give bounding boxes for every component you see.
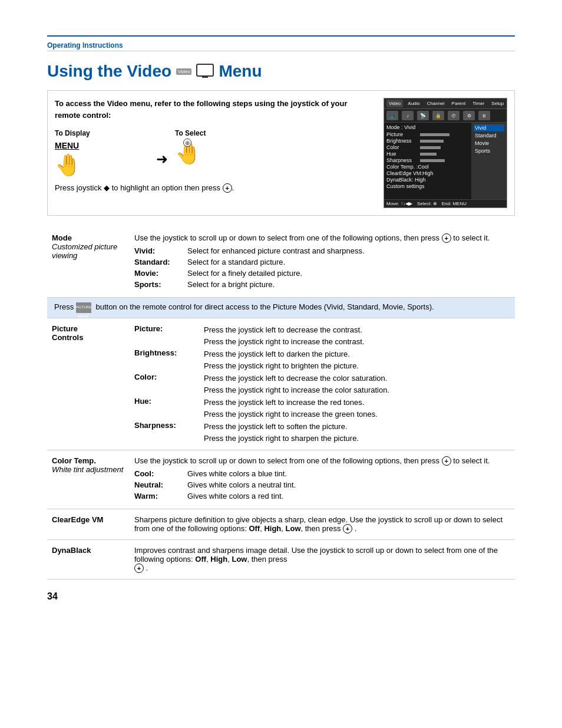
pc-label-sharpness: Sharpness: <box>134 421 199 444</box>
main-table: Mode Customized picture viewing Use the … <box>47 228 515 579</box>
mode-sub-items: Vivid: Select for enhanced picture contr… <box>134 246 510 289</box>
pc-desc-picture: Press the joystick left to decrease the … <box>204 324 510 347</box>
title-suffix: Menu <box>219 62 262 81</box>
tv-menu-right: Vivid Standard Movie Sports <box>471 123 507 199</box>
pc-label-picture: Picture: <box>134 324 199 347</box>
pc-label-brightness: Brightness: <box>134 348 199 371</box>
controls-row: To Display MENU 🤚 ➜ To Select 🤚 ⊕ <box>55 129 374 177</box>
video-tag: Video <box>176 68 191 75</box>
circle-plus-icon: + <box>223 183 232 193</box>
tv-menu-body: Mode : Vivid Picture Brightness Color <box>384 123 507 199</box>
tv-item-sharpness: Sharpness <box>386 157 469 163</box>
row-note: Press PICTUREMODE button on the remote c… <box>47 298 515 318</box>
row-dynablack: DynaBlack Improves contrast and sharpens… <box>47 540 515 579</box>
mode-movie: Movie: Select for a finely detailed pict… <box>134 269 510 278</box>
tv-item-colortemp: Color Temp. :Cool <box>386 164 469 170</box>
joystick-indicator: ⊕ <box>183 139 191 147</box>
pc-desc-brightness: Press the joystick left to darken the pi… <box>204 348 510 371</box>
term-dynablack: DynaBlack <box>47 540 130 579</box>
page-title: Using the Video Video Menu <box>47 62 515 81</box>
tv-item-picture: Picture <box>386 131 469 137</box>
pc-desc-color: Press the joystick left to decrease the … <box>204 373 510 396</box>
desc-picture-controls: Picture: Press the joystick left to decr… <box>130 318 515 450</box>
breadcrumb: Operating Instructions <box>47 39 515 50</box>
tv-icon-4: 🔒 <box>432 111 444 120</box>
circle-plus-mode: + <box>442 233 451 243</box>
tab-audio: Audio <box>405 100 422 107</box>
mode-vivid: Vivid: Select for enhanced picture contr… <box>134 246 510 255</box>
tv-footer-move: Move: ↑↓◀▶ <box>386 201 412 206</box>
tv-footer-select: Select: ⊕ <box>417 201 437 206</box>
row-color-temp: Color Temp. White tint adjustment Use th… <box>47 450 515 509</box>
ct-warm: Warm: Gives white colors a red tint. <box>134 492 510 500</box>
tab-timer: Timer <box>470 100 487 107</box>
ct-neutral: Neutral: Gives white colors a neutral ti… <box>134 480 510 489</box>
term-mode-sub: Customized picture viewing <box>52 242 117 260</box>
tv-item-custom: Custom settings <box>386 183 469 189</box>
tv-right-standard: Standard <box>474 132 504 139</box>
to-display-col: To Display MENU 🤚 <box>55 129 149 177</box>
pc-label-color: Color: <box>134 373 199 396</box>
to-select-col: To Select 🤚 ⊕ <box>175 129 281 166</box>
tv-item-dynablack: DynaBlack: High <box>386 177 469 183</box>
note-cell: Press PICTUREMODE button on the remote c… <box>47 298 515 318</box>
intro-text-col: To access the Video menu, refer to the f… <box>55 98 374 208</box>
tv-icon-3: 📡 <box>417 111 429 120</box>
tv-item-brightness: Brightness <box>386 138 469 144</box>
tv-right-sports: Sports <box>474 147 504 154</box>
tv-icon-1: 📺 <box>386 111 398 120</box>
row-mode: Mode Customized picture viewing Use the … <box>47 228 515 298</box>
tv-item-color: Color <box>386 144 469 150</box>
tv-right-movie: Movie <box>474 140 504 147</box>
to-select-label: To Select <box>175 129 281 137</box>
picture-mode-icon: PICTUREMODE <box>76 302 91 313</box>
title-prefix: Using the Video <box>47 62 171 81</box>
hand-select-icon: 🤚 ⊕ <box>175 141 201 166</box>
pc-desc-sharpness: Press the joystick left to soften the pi… <box>204 421 510 444</box>
tv-footer-end: End: MENU <box>442 201 467 206</box>
tab-setup: Setup <box>489 100 506 107</box>
top-rule <box>47 35 515 37</box>
term-color-temp: Color Temp. White tint adjustment <box>47 450 130 509</box>
term-picture-controls: PictureControls <box>47 318 130 450</box>
mode-sports: Sports: Select for a bright picture. <box>134 280 510 289</box>
tv-mode-label: Mode : Vivid <box>386 124 415 130</box>
intro-text: To access the Video menu, refer to the f… <box>55 98 374 121</box>
circle-plus-clearedge: + <box>343 524 352 533</box>
picture-controls-grid: Picture: Press the joystick left to decr… <box>134 324 510 444</box>
joystick-note: Press joystick ◆ to highlight an option … <box>55 183 374 193</box>
row-clearedge: ClearEdge VM Sharpens picture definition… <box>47 509 515 540</box>
tv-menu-screenshot: Video Audio Channel Parent Timer Setup B… <box>384 98 507 208</box>
term-color-temp-sub: White tint adjustment <box>52 465 123 474</box>
tab-video: Video <box>386 100 403 107</box>
pc-desc-hue: Press the joystick left to increase the … <box>204 397 510 420</box>
svg-rect-1 <box>202 77 208 78</box>
tv-item-clearedge: ClearEdge VM:High <box>386 170 469 176</box>
tv-icon-7: B <box>478 111 490 120</box>
to-display-label: To Display <box>55 129 149 137</box>
tv-menu-topbar: Video Audio Channel Parent Timer Setup B… <box>384 98 507 109</box>
tv-right-vivid: Vivid <box>474 124 504 131</box>
tv-icon-5: ⏱ <box>448 111 459 120</box>
page-wrapper: Operating Instructions Using the Video V… <box>0 0 562 728</box>
circle-plus-colortemp: + <box>442 456 451 466</box>
pc-label-hue: Hue: <box>134 397 199 420</box>
tv-item-hue: Hue <box>386 151 469 157</box>
tv-icons-row: 📺 ♪ 📡 🔒 ⏱ ⚙ B <box>384 109 507 123</box>
tv-mode-row: Mode : Vivid <box>386 124 469 130</box>
circle-plus-dynablack: + <box>134 564 144 573</box>
hand-display-icon: 🤚 <box>55 153 81 177</box>
page-number: 34 <box>47 591 515 602</box>
svg-rect-0 <box>197 64 213 76</box>
tab-channel: Channel <box>425 100 447 107</box>
term-clearedge: ClearEdge VM <box>47 509 130 540</box>
tv-icon-6: ⚙ <box>463 111 475 120</box>
tab-basic: Basic <box>508 100 525 107</box>
tab-parent: Parent <box>449 100 468 107</box>
color-temp-desc: Use the joystick to scroll up or down to… <box>134 456 510 466</box>
desc-dynablack: Improves contrast and sharpens image det… <box>130 540 515 579</box>
tv-icon <box>196 64 214 79</box>
section-rule <box>47 51 515 51</box>
tv-menu-footer: Move: ↑↓◀▶ Select: ⊕ End: MENU <box>384 199 507 207</box>
row-picture-controls: PictureControls Picture: Press the joyst… <box>47 318 515 450</box>
